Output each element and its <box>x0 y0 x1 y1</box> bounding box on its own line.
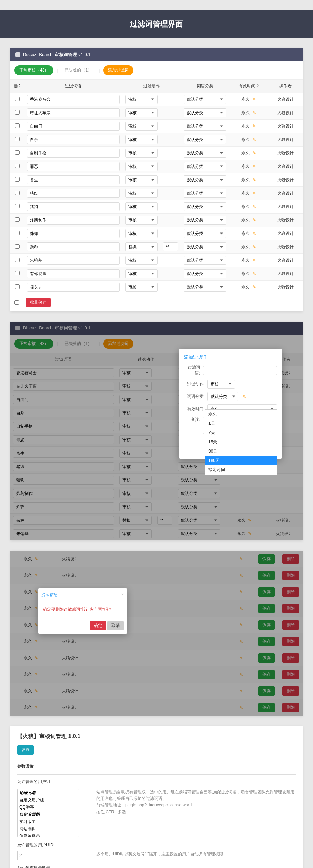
category-select[interactable]: 默认分类 <box>184 175 226 184</box>
delete-button[interactable]: 删除 <box>282 620 299 630</box>
delete-button[interactable]: 删除 <box>282 604 299 613</box>
action-select[interactable]: 审核 <box>125 162 158 171</box>
replace-input[interactable] <box>163 242 178 251</box>
action-select[interactable]: 审核 <box>125 95 158 104</box>
confirm-cancel-button[interactable]: 取消 <box>107 621 124 630</box>
action-select[interactable]: 审核 <box>125 108 158 117</box>
edit-time-icon[interactable]: ✎ <box>252 124 256 129</box>
confirm-ok-button[interactable]: 确定 <box>90 621 106 630</box>
batch-save-button[interactable]: 批量保存 <box>26 298 51 307</box>
word-input[interactable] <box>27 149 120 158</box>
edit-icon[interactable]: ✎ <box>240 705 243 710</box>
save-button[interactable]: 保存 <box>258 637 275 646</box>
edit-time-icon[interactable]: ✎ <box>252 177 256 182</box>
word-input[interactable] <box>27 283 120 292</box>
edit-icon[interactable]: ✎ <box>35 639 38 644</box>
category-select[interactable]: 默认分类 <box>207 392 238 401</box>
add-word-button[interactable]: 添加过滤词 <box>103 65 133 75</box>
word-input[interactable] <box>27 242 120 251</box>
edit-icon[interactable]: ✎ <box>35 556 38 561</box>
word-input[interactable] <box>27 162 120 171</box>
row-checkbox[interactable] <box>15 164 20 168</box>
delete-button[interactable]: 删除 <box>282 587 299 597</box>
edit-time-icon[interactable]: ✎ <box>252 245 256 249</box>
category-select[interactable]: 默认分类 <box>184 162 226 171</box>
add-word-button[interactable]: 添加过滤词 <box>103 339 133 349</box>
usergroup-select[interactable]: 论坛元老 自定义用户组 QQ游客自定义群组 实习版主 网站编辑 信息监察员 审核… <box>17 789 79 837</box>
action-select[interactable]: 替换 <box>125 242 158 251</box>
word-input[interactable] <box>27 229 120 238</box>
dropdown-option[interactable]: 15天 <box>205 437 277 447</box>
edit-time-icon[interactable]: ✎ <box>252 110 256 115</box>
word-input[interactable] <box>27 95 120 104</box>
action-select[interactable]: 审核 <box>125 149 158 158</box>
row-checkbox[interactable] <box>15 271 20 275</box>
edit-time-icon[interactable]: ✎ <box>252 164 256 169</box>
category-select[interactable]: 默认分类 <box>184 122 226 131</box>
word-input[interactable] <box>27 108 120 117</box>
category-select[interactable]: 默认分类 <box>184 256 226 265</box>
edit-icon[interactable]: ✎ <box>240 689 243 694</box>
action-select[interactable]: 审核 <box>125 202 158 211</box>
delete-button[interactable]: 删除 <box>282 653 299 663</box>
dropdown-option[interactable]: 指定时间 <box>205 465 277 475</box>
edit-icon[interactable]: ✎ <box>35 705 38 710</box>
word-input[interactable] <box>27 216 120 225</box>
edit-icon[interactable]: ✎ <box>240 573 243 578</box>
edit-icon[interactable]: ✎ <box>240 623 243 628</box>
tab-disabled[interactable]: 已失效的（1） <box>61 65 95 75</box>
edit-icon[interactable]: ✎ <box>240 557 243 562</box>
save-button[interactable]: 保存 <box>258 670 275 679</box>
edit-icon[interactable]: ✎ <box>35 655 38 660</box>
tab-active[interactable]: 正常审核（43） <box>14 339 53 349</box>
save-button[interactable]: 保存 <box>258 653 275 663</box>
category-select[interactable]: 默认分类 <box>184 108 226 117</box>
delete-button[interactable]: 删除 <box>282 703 299 712</box>
action-select[interactable]: 审核 <box>125 229 158 238</box>
word-input[interactable] <box>27 175 120 184</box>
select-all[interactable] <box>14 300 19 305</box>
save-button[interactable]: 保存 <box>258 703 275 712</box>
edit-time-icon[interactable]: ✎ <box>252 137 256 142</box>
word-input[interactable] <box>27 189 120 198</box>
dropdown-option[interactable]: 180天 <box>205 456 277 465</box>
row-checkbox[interactable] <box>15 217 20 222</box>
row-checkbox[interactable] <box>15 231 20 235</box>
word-input[interactable] <box>27 122 120 131</box>
edit-time-icon[interactable]: ✎ <box>252 218 256 223</box>
row-checkbox[interactable] <box>15 258 20 262</box>
edit-icon[interactable]: ✎ <box>35 688 38 693</box>
edit-time-icon[interactable]: ✎ <box>252 204 256 209</box>
save-button[interactable]: 保存 <box>258 571 275 580</box>
uid-input[interactable] <box>17 851 79 860</box>
word-input[interactable] <box>27 202 120 211</box>
edit-time-icon[interactable]: ✎ <box>252 97 256 102</box>
dropdown-option[interactable]: 永久 <box>205 410 277 419</box>
action-select[interactable]: 审核 <box>125 269 158 278</box>
row-checkbox[interactable] <box>15 110 20 115</box>
category-select[interactable]: 默认分类 <box>184 216 226 225</box>
category-select[interactable]: 默认分类 <box>184 229 226 238</box>
category-select[interactable]: 默认分类 <box>184 202 226 211</box>
edit-icon[interactable]: ✎ <box>242 394 246 399</box>
save-button[interactable]: 保存 <box>258 686 275 696</box>
word-input[interactable] <box>27 256 120 265</box>
edit-time-icon[interactable]: ✎ <box>252 271 256 276</box>
edit-time-icon[interactable]: ✎ <box>252 151 256 155</box>
category-select[interactable]: 默认分类 <box>184 269 226 278</box>
dropdown-option[interactable]: 30天 <box>205 447 277 456</box>
delete-button[interactable]: 删除 <box>282 637 299 646</box>
save-button[interactable]: 保存 <box>258 554 275 564</box>
delete-button[interactable]: 删除 <box>282 554 299 564</box>
edit-icon[interactable]: ✎ <box>240 672 243 677</box>
save-button[interactable]: 保存 <box>258 587 275 597</box>
delete-button[interactable]: 删除 <box>282 670 299 679</box>
action-select[interactable]: 审核 <box>125 189 158 198</box>
edit-icon[interactable]: ✎ <box>240 639 243 644</box>
category-select[interactable]: 默认分类 <box>184 95 226 104</box>
help-icon[interactable]: ? <box>256 84 259 88</box>
category-select[interactable]: 默认分类 <box>184 283 226 292</box>
dropdown-option[interactable]: 7天 <box>205 428 277 437</box>
edit-time-icon[interactable]: ✎ <box>252 258 256 263</box>
action-select[interactable]: 审核 <box>125 283 158 292</box>
